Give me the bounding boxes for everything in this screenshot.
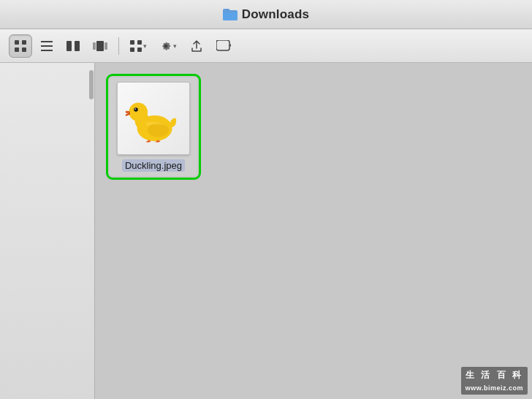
tag-button[interactable] [211,34,236,58]
column-view-button[interactable] [61,34,85,58]
svg-rect-15 [137,48,142,52]
svg-rect-9 [93,42,96,50]
svg-point-21 [134,107,138,112]
svg-rect-8 [75,41,80,51]
window-title: Downloads [242,7,309,22]
titlebar: Downloads [0,0,532,29]
arrange-button[interactable]: ▾ [125,34,152,58]
file-name: Duckling.jpeg [122,159,185,172]
toolbar: ▾ ▾ [0,29,532,63]
watermark-url: www.bimeiz.com [466,383,523,393]
content-area: Duckling.jpeg 生 活 百 科 www.bimeiz.com [0,63,532,399]
svg-rect-14 [130,48,134,52]
action-arrow: ▾ [173,42,177,50]
action-button[interactable]: ▾ [155,34,182,58]
svg-rect-2 [15,48,19,52]
svg-point-20 [129,102,148,121]
svg-rect-5 [41,45,53,47]
svg-rect-10 [96,41,104,51]
svg-point-22 [134,108,136,110]
svg-rect-3 [22,48,26,52]
svg-rect-16 [216,40,229,50]
svg-rect-7 [66,41,72,51]
svg-rect-12 [130,40,134,45]
svg-rect-4 [41,41,53,42]
sidebar-scrollbar[interactable] [89,70,94,99]
svg-point-18 [148,123,169,137]
svg-rect-6 [41,50,53,51]
main-content: Duckling.jpeg 生 活 百 科 www.bimeiz.com [95,63,532,399]
share-button[interactable] [185,34,208,58]
duck-illustration [124,92,183,145]
svg-rect-11 [104,42,107,50]
icon-view-button[interactable] [9,34,32,58]
watermark: 生 活 百 科 www.bimeiz.com [461,367,528,395]
watermark-chinese: 生 活 百 科 [466,368,523,382]
sidebar [0,63,95,399]
toolbar-separator-1 [118,37,119,55]
list-view-button[interactable] [35,34,58,58]
folder-icon [223,7,238,22]
svg-rect-13 [137,40,142,45]
file-thumbnail [117,82,190,155]
svg-rect-0 [15,40,19,45]
file-item[interactable]: Duckling.jpeg [110,77,197,176]
cover-flow-button[interactable] [88,34,113,58]
arrange-arrow: ▾ [143,42,147,50]
svg-rect-1 [22,40,26,45]
